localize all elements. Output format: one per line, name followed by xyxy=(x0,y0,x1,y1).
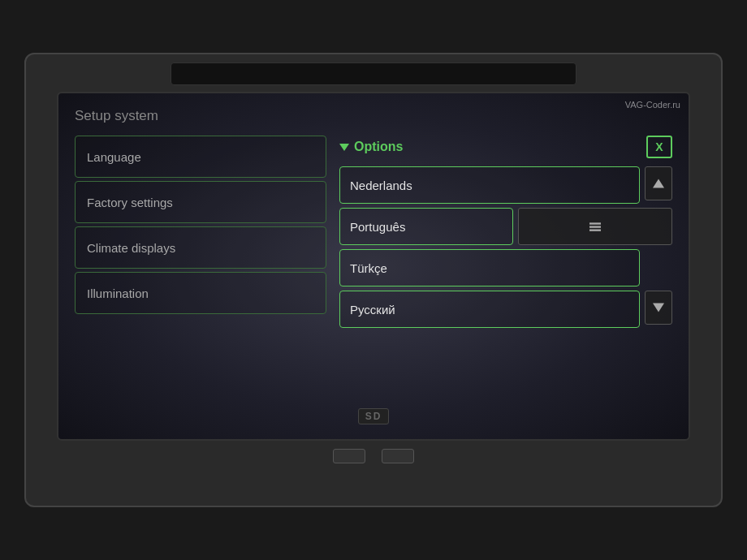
chevron-down-icon xyxy=(653,302,664,313)
chevron-up-icon xyxy=(653,178,664,189)
menu-item-climate-displays[interactable]: Climate displays xyxy=(75,226,326,269)
menu-item-illumination[interactable]: Illumination xyxy=(75,272,326,314)
option-item-portugues[interactable]: Português xyxy=(339,208,513,245)
sd-label: SD xyxy=(358,408,390,424)
nav-btn-left[interactable] xyxy=(333,449,365,463)
scroll-middle-button[interactable] xyxy=(518,208,672,245)
top-slot xyxy=(171,62,576,85)
options-row-4: Русский xyxy=(339,291,672,328)
svg-rect-3 xyxy=(589,230,601,231)
screen: VAG-Coder.ru Setup system Language Facto… xyxy=(57,92,690,441)
option-item-russian[interactable]: Русский xyxy=(339,291,640,328)
option-label-portugues: Português xyxy=(350,220,405,234)
options-list: Nederlands Português xyxy=(339,166,672,402)
menu-item-factory-settings-label: Factory settings xyxy=(87,196,173,209)
scroll-down-button[interactable] xyxy=(645,291,672,325)
car-unit: VAG-Coder.ru Setup system Language Facto… xyxy=(24,53,723,507)
svg-rect-2 xyxy=(589,226,601,227)
menu-item-language[interactable]: Language xyxy=(75,136,326,178)
nav-btn-right[interactable] xyxy=(382,449,414,463)
options-row-1: Nederlands xyxy=(339,166,672,204)
options-row-3: Türkçe xyxy=(339,249,672,286)
options-panel: Options X Nederlands xyxy=(339,136,672,402)
bottom-bar: SD xyxy=(75,408,672,424)
dropdown-icon xyxy=(339,144,349,151)
option-label-russian: Русский xyxy=(350,303,395,317)
option-label-turkce: Türkçe xyxy=(350,261,387,275)
left-menu-panel: Language Factory settings Climate displa… xyxy=(75,136,326,402)
menu-item-illumination-label: Illumination xyxy=(87,286,149,300)
close-button[interactable]: X xyxy=(646,136,672,158)
options-title: Options xyxy=(354,140,403,154)
svg-rect-1 xyxy=(589,222,601,224)
svg-marker-4 xyxy=(653,303,664,312)
options-title-bar: Options xyxy=(339,140,641,154)
options-row-2: Português xyxy=(339,208,672,245)
bottom-controls xyxy=(333,449,414,463)
menu-item-climate-displays-label: Climate displays xyxy=(87,241,175,255)
hamburger-icon xyxy=(589,221,601,232)
scroll-spacer xyxy=(645,249,672,286)
screen-title: Setup system xyxy=(75,108,672,124)
menu-item-factory-settings[interactable]: Factory settings xyxy=(75,181,326,223)
screen-content: Language Factory settings Climate displa… xyxy=(75,136,672,402)
option-label-nederlands: Nederlands xyxy=(350,179,412,192)
option-item-nederlands[interactable]: Nederlands xyxy=(339,166,640,204)
options-header: Options X xyxy=(339,136,672,158)
option-item-turkce[interactable]: Türkçe xyxy=(339,249,640,286)
menu-item-language-label: Language xyxy=(87,150,141,164)
svg-marker-0 xyxy=(653,179,664,187)
watermark-label: VAG-Coder.ru xyxy=(625,100,680,110)
scroll-up-button[interactable] xyxy=(645,166,672,200)
